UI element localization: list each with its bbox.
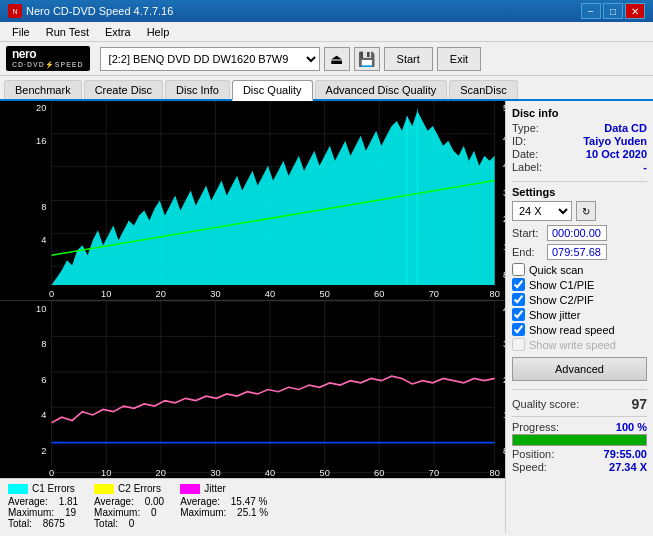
c1-total-label: Total: [8,518,32,529]
title-bar-left: N Nero CD-DVD Speed 4.7.7.16 [8,4,173,18]
svg-text:20: 20 [36,103,46,113]
show-c2-checkbox[interactable] [512,293,525,306]
toolbar: nero CD·DVD⚡SPEED [2:2] BENQ DVD DD DW16… [0,42,653,76]
show-jitter-checkbox[interactable] [512,308,525,321]
tab-benchmark[interactable]: Benchmark [4,80,82,99]
show-jitter-label: Show jitter [529,309,580,321]
c1-total-value: 8675 [43,518,65,529]
position-value: 79:55.00 [604,448,647,460]
show-write-speed-checkbox[interactable] [512,338,525,351]
quality-label: Quality score: [512,398,579,410]
start-button[interactable]: Start [384,47,433,71]
divider-2 [512,389,647,390]
svg-text:40: 40 [503,160,505,170]
show-write-speed-row[interactable]: Show write speed [512,338,647,351]
tab-scan-disc[interactable]: ScanDisc [449,80,517,99]
drive-select[interactable]: [2:2] BENQ DVD DD DW1620 B7W9 [100,47,320,71]
show-write-speed-label: Show write speed [529,339,616,351]
svg-text:20: 20 [156,289,166,299]
speed-row: Speed: 27.34 X [512,461,647,473]
svg-text:80: 80 [490,466,500,477]
progress-row: Progress: 100 % [512,421,647,433]
svg-text:6: 6 [41,374,46,385]
svg-text:80: 80 [490,289,500,299]
menu-extra[interactable]: Extra [97,24,139,40]
type-row: Type: Data CD [512,122,647,134]
svg-text:32: 32 [503,338,505,349]
svg-text:16: 16 [36,136,46,146]
jitter-stats: Jitter Average: 15.47 % Maximum: 25.1 % [180,483,268,529]
svg-text:10: 10 [101,289,111,299]
svg-text:40: 40 [265,466,275,477]
speed-select[interactable]: 24 X [512,201,572,221]
svg-text:8: 8 [503,444,505,455]
label-value: - [643,161,647,173]
upper-chart: 20 16 8 4 56 48 40 32 24 16 8 0 10 20 30… [0,101,505,301]
show-c1-label: Show C1/PIE [529,279,594,291]
date-label: Date: [512,148,538,160]
show-c1-checkbox[interactable] [512,278,525,291]
svg-text:16: 16 [503,242,505,252]
label-label: Label: [512,161,542,173]
start-label: Start: [512,227,547,239]
eject-button[interactable]: ⏏ [324,47,350,71]
type-value: Data CD [604,122,647,134]
c1-avg-label: Average: [8,496,48,507]
disc-info-section: Disc info Type: Data CD ID: Taiyo Yuden … [512,107,647,173]
minimize-button[interactable]: − [581,3,601,19]
position-row: Position: 79:55.00 [512,448,647,460]
label-row: Label: - [512,161,647,173]
lower-chart-svg: 10 8 6 4 2 40 32 24 16 8 0 10 20 30 40 5… [0,301,505,478]
progress-label: Progress: [512,421,559,433]
show-c2-row[interactable]: Show C2/PIF [512,293,647,306]
svg-text:24: 24 [503,215,505,225]
show-c1-row[interactable]: Show C1/PIE [512,278,647,291]
svg-text:60: 60 [374,466,384,477]
jitter-avg-row: Average: 15.47 % [180,496,268,507]
c1-max-value: 19 [65,507,76,518]
svg-text:8: 8 [41,203,46,213]
svg-text:2: 2 [41,444,46,455]
upper-chart-svg: 20 16 8 4 56 48 40 32 24 16 8 0 10 20 30… [0,101,505,300]
svg-text:8: 8 [503,270,505,280]
advanced-button[interactable]: Advanced [512,357,647,381]
start-time-row: Start: 000:00.00 [512,225,647,241]
c2-legend: C2 Errors [94,483,164,494]
tab-disc-info[interactable]: Disc Info [165,80,230,99]
svg-text:60: 60 [374,289,384,299]
menu-file[interactable]: File [4,24,38,40]
tab-create-disc[interactable]: Create Disc [84,80,163,99]
show-read-speed-checkbox[interactable] [512,323,525,336]
window-controls[interactable]: − □ ✕ [581,3,645,19]
save-button[interactable]: 💾 [354,47,380,71]
jitter-label: Jitter [204,483,226,494]
maximize-button[interactable]: □ [603,3,623,19]
tab-advanced-disc-quality[interactable]: Advanced Disc Quality [315,80,448,99]
svg-text:56: 56 [503,103,505,113]
jitter-color [180,484,200,494]
refresh-button[interactable]: ↻ [576,201,596,221]
speed-label: Speed: [512,461,547,473]
c2-total-row: Total: 0 [94,518,164,529]
svg-text:0: 0 [49,466,54,477]
end-time-row: End: 079:57.68 [512,244,647,260]
svg-text:20: 20 [156,466,166,477]
menu-run-test[interactable]: Run Test [38,24,97,40]
quick-scan-row[interactable]: Quick scan [512,263,647,276]
show-jitter-row[interactable]: Show jitter [512,308,647,321]
c2-avg-value: 0.00 [145,496,164,507]
speed-value: 27.34 X [609,461,647,473]
svg-rect-41 [0,301,505,478]
svg-text:16: 16 [503,409,505,420]
tab-disc-quality[interactable]: Disc Quality [232,80,313,101]
c2-stats: C2 Errors Average: 0.00 Maximum: 0 Total… [94,483,164,529]
menu-help[interactable]: Help [139,24,178,40]
exit-button[interactable]: Exit [437,47,481,71]
svg-text:0: 0 [49,289,54,299]
window-title: Nero CD-DVD Speed 4.7.7.16 [26,5,173,17]
jitter-avg-value: 15.47 % [231,496,268,507]
close-button[interactable]: ✕ [625,3,645,19]
quick-scan-checkbox[interactable] [512,263,525,276]
show-read-speed-row[interactable]: Show read speed [512,323,647,336]
c2-total-value: 0 [129,518,135,529]
